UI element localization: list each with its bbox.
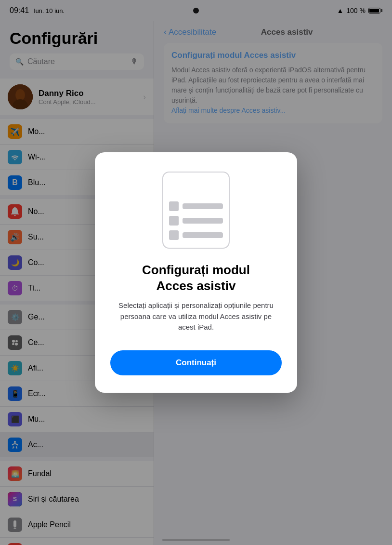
illustration-line-2 xyxy=(183,218,223,224)
modal-illustration xyxy=(162,172,230,249)
illustration-line-3 xyxy=(183,232,223,238)
illustration-dot-1 xyxy=(169,201,179,211)
illustration-dot-2 xyxy=(169,216,179,226)
modal-description: Selectați aplicații și personalizați opț… xyxy=(110,300,282,333)
illustration-row-2 xyxy=(169,216,223,226)
modal-title: Configurați modulAcces asistiv xyxy=(142,262,250,293)
illustration-dot-3 xyxy=(169,230,179,240)
illustration-row-3 xyxy=(169,230,223,240)
modal-dialog: Configurați modulAcces asistiv Selectați… xyxy=(95,152,297,393)
continue-button[interactable]: Continuați xyxy=(110,350,282,375)
modal-overlay: Configurați modulAcces asistiv Selectați… xyxy=(0,0,392,545)
illustration-line-1 xyxy=(183,203,223,209)
illustration-row-1 xyxy=(169,201,223,211)
